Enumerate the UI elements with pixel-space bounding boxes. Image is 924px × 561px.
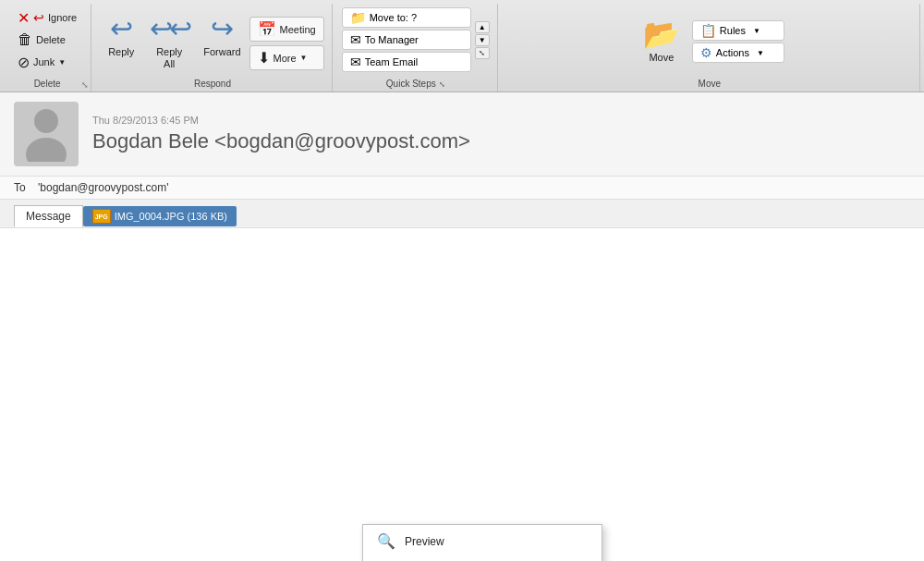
reply-all-icon: ↩↩ — [150, 12, 188, 44]
email-meta: Thu 8/29/2013 6:45 PM Bogdan Bele <bogda… — [92, 115, 910, 153]
email-body: 🔍 Preview 📂 Open 🖨 Quick Print 💾 Save As… — [0, 228, 924, 561]
meeting-button[interactable]: 📅 Meeting — [249, 17, 324, 42]
junk-icon: ⊘ — [18, 54, 30, 71]
actions-icon: ⚙ — [700, 45, 712, 60]
reply-label: Reply — [108, 46, 134, 58]
respond-group-label: Respond — [101, 76, 323, 91]
email-tabs: Message JPG IMG_0004.JPG (136 KB) — [0, 200, 924, 228]
junk-button[interactable]: ⊘ Junk ▼ — [11, 52, 72, 72]
reply-button[interactable]: ↩ Reply — [101, 7, 141, 72]
quicksteps-scroll: ▲ ▼ ⤡ — [475, 21, 490, 59]
team-email-label: Team Email — [365, 56, 418, 67]
ignore-button[interactable]: ✕ ↩ Ignore — [11, 7, 83, 28]
move-button-label: Move — [649, 52, 674, 63]
team-email-button[interactable]: ✉ Team Email — [342, 52, 471, 72]
sender-avatar — [14, 102, 79, 166]
junk-dropdown-icon: ▼ — [58, 58, 66, 67]
to-manager-button[interactable]: ✉ To Manager — [342, 30, 471, 50]
actions-label: Actions — [716, 47, 749, 58]
forward-icon: ↪ — [211, 12, 234, 44]
svg-point-0 — [34, 109, 58, 133]
ignore-arrow-icon: ↩ — [33, 10, 44, 25]
rules-button[interactable]: 📋 Rules ▼ — [692, 20, 784, 41]
ribbon-group-move: 📂 Move 📋 Rules ▼ ⚙ Actions ▼ Move — [500, 4, 920, 91]
context-preview[interactable]: 🔍 Preview — [363, 525, 602, 557]
ribbon-group-delete: ✕ ↩ Ignore 🗑 Delete ⊘ Junk ▼ Delete ⤡ — [4, 4, 91, 91]
quicksteps-scroll-down[interactable]: ▼ — [475, 34, 490, 46]
quicksteps-expand[interactable]: ⤡ — [475, 47, 490, 59]
ignore-label: Ignore — [48, 12, 77, 23]
quicksteps-expand-icon[interactable]: ⤡ — [439, 80, 445, 89]
quicksteps-group-label: Quick Steps ⤡ — [342, 76, 490, 91]
junk-label: Junk — [33, 56, 55, 67]
rules-dropdown-icon: ▼ — [753, 27, 760, 35]
email-to-row: To 'bogdan@groovypost.com' — [0, 177, 924, 200]
ribbon: ✕ ↩ Ignore 🗑 Delete ⊘ Junk ▼ Delete ⤡ ↩ … — [0, 0, 924, 92]
rules-label: Rules — [720, 25, 746, 36]
email-content: Thu 8/29/2013 6:45 PM Bogdan Bele <bogda… — [0, 92, 924, 561]
more-icon: ⬇ — [258, 49, 270, 67]
email-from: Bogdan Bele <bogdan@groovypost.com> — [92, 129, 910, 153]
tab-attachment[interactable]: JPG IMG_0004.JPG (136 KB) — [83, 206, 237, 226]
delete-icon: 🗑 — [18, 31, 32, 48]
ignore-x-icon: ✕ — [18, 9, 30, 27]
quicksteps-scroll-up[interactable]: ▲ — [475, 21, 490, 33]
ribbon-group-respond: ↩ Reply ↩↩ ReplyAll ↪ Forward 📅 Meeting — [93, 4, 332, 91]
forward-label: Forward — [203, 46, 240, 58]
reply-all-button[interactable]: ↩↩ ReplyAll — [143, 7, 195, 72]
meeting-icon: 📅 — [258, 20, 276, 38]
move-to-button[interactable]: 📁 Move to: ? — [342, 7, 471, 28]
reply-all-label: ReplyAll — [156, 46, 182, 70]
actions-dropdown-icon: ▼ — [757, 49, 764, 57]
to-label: To — [14, 181, 26, 194]
reply-icon: ↩ — [110, 12, 133, 44]
preview-icon: 🔍 — [377, 532, 395, 550]
delete-label: Delete — [36, 34, 66, 45]
email-date: Thu 8/29/2013 6:45 PM — [92, 115, 910, 126]
svg-point-1 — [26, 138, 67, 162]
rules-icon: 📋 — [700, 23, 716, 38]
move-big-icon: 📂 — [643, 17, 680, 52]
delete-button[interactable]: 🗑 Delete — [11, 30, 72, 50]
forward-button[interactable]: ↪ Forward — [197, 7, 247, 72]
preview-label: Preview — [405, 535, 444, 548]
email-header: Thu 8/29/2013 6:45 PM Bogdan Bele <bogda… — [0, 92, 924, 177]
more-dropdown-icon: ▼ — [300, 54, 308, 62]
actions-button[interactable]: ⚙ Actions ▼ — [692, 43, 784, 63]
to-address: 'bogdan@groovypost.com' — [38, 181, 169, 194]
attachment-prefix: JPG — [95, 213, 108, 220]
delete-expand-icon[interactable]: ⤡ — [81, 80, 89, 90]
move-to-icon: 📁 — [350, 10, 366, 25]
context-menu: 🔍 Preview 📂 Open 🖨 Quick Print 💾 Save As… — [362, 524, 602, 561]
rules-actions-stack: 📋 Rules ▼ ⚙ Actions ▼ — [692, 7, 784, 76]
tab-message[interactable]: Message — [14, 205, 83, 227]
more-label: More — [274, 53, 297, 64]
meeting-label: Meeting — [280, 24, 316, 35]
attachment-filetype-icon: JPG — [92, 209, 111, 224]
team-email-icon: ✉ — [350, 55, 361, 69]
context-open[interactable]: 📂 Open — [363, 557, 602, 561]
to-manager-icon: ✉ — [350, 32, 361, 47]
delete-group-label: Delete — [11, 76, 83, 91]
ribbon-group-quicksteps: 📁 Move to: ? ✉ To Manager ✉ Team Email ▲… — [334, 4, 498, 91]
more-button[interactable]: ⬇ More ▼ — [249, 45, 324, 70]
move-button[interactable]: 📂 Move — [635, 7, 688, 72]
to-manager-label: To Manager — [365, 34, 419, 45]
attachment-name: IMG_0004.JPG (136 KB) — [115, 211, 227, 222]
move-to-label: Move to: ? — [370, 12, 417, 23]
move-group-label: Move — [507, 76, 912, 91]
